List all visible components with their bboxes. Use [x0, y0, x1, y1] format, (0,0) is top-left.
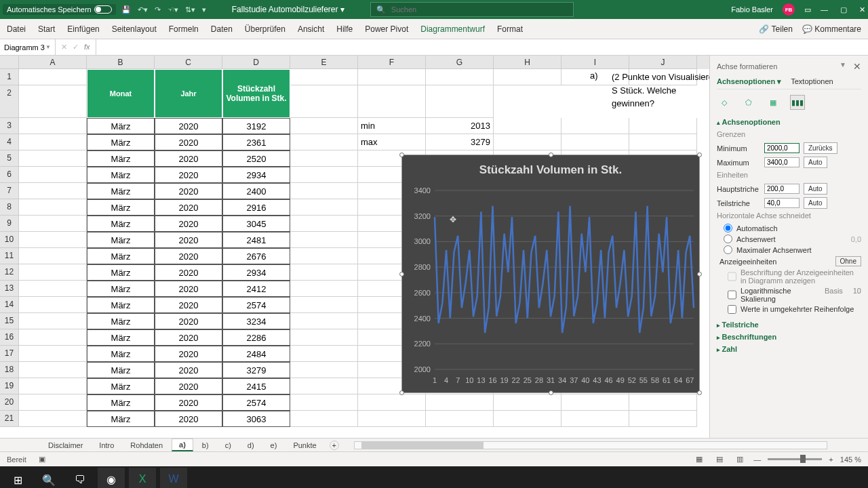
cell[interactable]: 2020	[155, 411, 222, 427]
tab-hilfe[interactable]: Hilfe	[336, 24, 353, 34]
comments-button[interactable]: 💬 Kommentare	[802, 24, 861, 34]
zoom-in-button[interactable]: +	[829, 455, 833, 464]
cell[interactable]: März	[87, 394, 155, 411]
cell[interactable]: März	[87, 118, 155, 134]
cell[interactable]	[494, 134, 561, 150]
row-header[interactable]: 6	[0, 167, 19, 183]
taskbar-app[interactable]: 🗨	[66, 468, 94, 488]
auto-teil-button[interactable]: Auto	[804, 197, 827, 209]
cell[interactable]: 2934	[222, 167, 290, 183]
cell[interactable]	[19, 313, 87, 329]
sheet-tab[interactable]: Disclaimer	[41, 439, 90, 451]
tab-format[interactable]: Format	[497, 24, 523, 34]
hauptstriche-input[interactable]	[764, 184, 800, 194]
reset-min-button[interactable]: Zurücks	[804, 142, 837, 154]
cell[interactable]	[290, 394, 358, 411]
teilstriche-input[interactable]	[764, 198, 800, 208]
chart-plot[interactable]: 2000220024002600280030003200340014710131…	[402, 155, 699, 392]
cell[interactable]: 2400	[222, 183, 290, 199]
cell[interactable]	[19, 232, 87, 248]
cell[interactable]	[19, 264, 87, 281]
cell[interactable]	[19, 69, 87, 85]
touch-icon[interactable]: ☜▾	[167, 5, 178, 14]
cell[interactable]: 2934	[222, 264, 290, 281]
auto-haupt-button[interactable]: Auto	[804, 183, 827, 195]
tab-textoptionen[interactable]: Textoptionen	[791, 77, 833, 86]
pane-close-button[interactable]: ✕	[853, 61, 861, 72]
anzeigeeinheiten-select[interactable]: Ohne	[835, 256, 861, 266]
user-name[interactable]: Fabio Basler	[731, 5, 773, 14]
row-header[interactable]: 7	[0, 183, 19, 199]
row-header[interactable]: 14	[0, 297, 19, 313]
cell[interactable]	[290, 346, 358, 362]
minimum-input[interactable]	[764, 143, 800, 153]
row-header[interactable]: 16	[0, 329, 19, 346]
auto-max-button[interactable]: Auto	[804, 157, 827, 168]
cell[interactable]: 3279	[426, 134, 494, 150]
sheet-tab[interactable]: c)	[218, 439, 239, 451]
cell[interactable]: 2020	[155, 297, 222, 313]
taskbar-excel[interactable]: X	[129, 468, 156, 488]
cell[interactable]	[290, 85, 358, 118]
zoom-level[interactable]: 145 %	[840, 455, 861, 464]
cell[interactable]	[290, 248, 358, 264]
cell[interactable]	[19, 362, 87, 378]
cell[interactable]: März	[87, 411, 155, 427]
cell[interactable]	[19, 281, 87, 297]
row-header[interactable]: 12	[0, 264, 19, 281]
sheet-tab[interactable]: b)	[195, 439, 216, 451]
cell[interactable]	[19, 248, 87, 264]
col-B[interactable]: B	[87, 56, 155, 69]
document-name[interactable]: Fallstudie Automobilzulieferer ▾	[232, 5, 344, 14]
cell[interactable]: 2574	[222, 297, 290, 313]
cell[interactable]	[629, 394, 697, 411]
horizontal-scrollbar[interactable]	[354, 441, 827, 449]
cell[interactable]	[19, 199, 87, 216]
autosave-toggle[interactable]: Automatisches Speichern	[3, 4, 116, 15]
cell[interactable]: 2916	[222, 199, 290, 216]
cell[interactable]: 2574	[222, 394, 290, 411]
tab-seitenlayout[interactable]: Seitenlayout	[112, 24, 157, 34]
cell[interactable]: März	[87, 199, 155, 216]
cell[interactable]	[358, 394, 426, 411]
cell[interactable]: März	[87, 248, 155, 264]
tab-powerpivot[interactable]: Power Pivot	[365, 24, 408, 34]
cell[interactable]: 2020	[155, 362, 222, 378]
cell[interactable]: März	[87, 297, 155, 313]
fx-icon[interactable]: fx	[84, 43, 90, 52]
cell[interactable]	[290, 216, 358, 232]
cell[interactable]: 2020	[155, 346, 222, 362]
cell[interactable]	[290, 362, 358, 378]
formula-input[interactable]	[96, 39, 868, 55]
radio-automatisch[interactable]	[724, 224, 732, 232]
tab-ansicht[interactable]: Ansicht	[298, 24, 324, 34]
cell[interactable]: März	[87, 183, 155, 199]
cell[interactable]: 3192	[222, 118, 290, 134]
zoom-slider[interactable]	[768, 458, 822, 460]
cell[interactable]	[494, 69, 561, 85]
tab-diagrammentwurf[interactable]: Diagrammentwurf	[420, 24, 485, 34]
row-header[interactable]: 5	[0, 150, 19, 167]
cell[interactable]	[19, 134, 87, 150]
axis-options-icon[interactable]: ▮▮▮	[790, 95, 805, 110]
tab-formeln[interactable]: Formeln	[169, 24, 199, 34]
sheet-tab[interactable]: d)	[240, 439, 262, 451]
row-header[interactable]: 3	[0, 118, 19, 134]
cell[interactable]: März	[87, 232, 155, 248]
cell[interactable]: min	[358, 118, 426, 134]
cell[interactable]: 2412	[222, 281, 290, 297]
cell[interactable]: 2020	[155, 264, 222, 281]
cell[interactable]: 2020	[155, 394, 222, 411]
check-log[interactable]	[728, 287, 736, 303]
new-sheet-button[interactable]: +	[330, 441, 339, 450]
cell[interactable]	[494, 411, 561, 427]
cell[interactable]: 2020	[155, 378, 222, 394]
cell[interactable]: 2520	[222, 150, 290, 167]
cell[interactable]	[19, 411, 87, 427]
cell[interactable]: März	[87, 346, 155, 362]
cell[interactable]: 3234	[222, 313, 290, 329]
search-input[interactable]	[391, 5, 568, 14]
cancel-icon[interactable]: ✕	[61, 43, 67, 52]
cell[interactable]	[426, 411, 494, 427]
taskbar-word[interactable]: W	[160, 468, 187, 488]
